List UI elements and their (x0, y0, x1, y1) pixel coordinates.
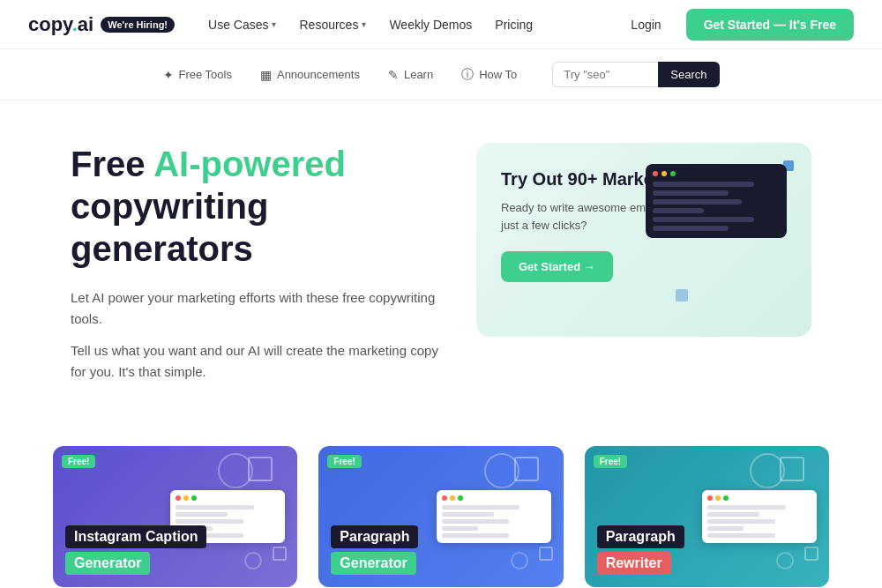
tool-card-instagram[interactable]: Free! (53, 446, 297, 588)
hiring-badge: We're Hiring! (101, 17, 175, 33)
logo-text: copy.ai (28, 13, 93, 36)
hero-card-cta-button[interactable]: Get Started → (501, 251, 613, 282)
card-browser (437, 490, 551, 543)
deco-circle-2 (244, 552, 262, 569)
dot-yellow (183, 495, 189, 501)
chevron-down-icon: ▾ (362, 19, 366, 29)
card-label: Paragraph Rewriter (597, 525, 684, 575)
sub-nav-label: Free Tools (179, 68, 232, 81)
announcements-icon: ▦ (260, 68, 272, 82)
sub-nav-learn[interactable]: ✎ Learn (388, 68, 433, 82)
mock-line (707, 505, 786, 510)
hero-title-generators: copywriting generators (71, 187, 268, 268)
dot-red (653, 171, 658, 176)
deco-circle-2 (511, 552, 528, 569)
mock-content-lines (653, 182, 780, 231)
dot-yellow (450, 495, 455, 501)
nav-item-resources[interactable]: Resources ▾ (290, 12, 375, 37)
logo[interactable]: copy.ai We're Hiring! (28, 13, 175, 36)
mock-line (442, 505, 520, 510)
dot-yellow (715, 495, 721, 501)
hero-title: Free AI-powered copywriting generators (71, 143, 441, 270)
dot-red (442, 495, 447, 501)
deco-circle-2 (776, 552, 794, 569)
sub-nav-label: Announcements (277, 68, 360, 81)
tools-icon: ✦ (163, 68, 174, 82)
card-browser-bar (707, 495, 811, 501)
nav-item-label: Use Cases (208, 18, 268, 32)
card-background-blue: Free! (318, 446, 563, 587)
tool-card-paragraph-rewriter[interactable]: Free! (585, 446, 829, 588)
card-title-line2: Rewriter (597, 552, 671, 575)
mock-line (707, 533, 775, 538)
search-wrapper: Search (552, 62, 719, 87)
brand-suffix: ai (78, 13, 93, 35)
hero-section: Free AI-powered copywriting generators L… (0, 100, 882, 428)
free-badge: Free! (62, 455, 95, 468)
hero-desc-1: Let AI power your marketing efforts with… (71, 287, 441, 330)
card-browser-bar (442, 495, 546, 501)
mock-browser-bar (653, 171, 780, 176)
mock-line (653, 182, 754, 187)
nav-item-pricing[interactable]: Pricing (486, 12, 542, 37)
sub-nav-free-tools[interactable]: ✦ Free Tools (163, 68, 232, 82)
nav-item-label: Pricing (495, 18, 533, 32)
sub-navigation: ✦ Free Tools ▦ Announcements ✎ Learn ⓘ H… (0, 49, 882, 100)
mock-line (442, 526, 478, 531)
nav-item-label: Resources (299, 18, 358, 32)
top-navigation: copy.ai We're Hiring! Use Cases ▾ Resour… (0, 0, 882, 49)
card-mock-browser (437, 490, 551, 543)
card-browser (702, 490, 817, 543)
card-background-purple: Free! (53, 446, 297, 587)
sub-nav-how-to[interactable]: ⓘ How To (461, 67, 517, 83)
mock-line (176, 512, 228, 517)
search-button[interactable]: Search (658, 62, 719, 87)
nav-right-group: Login Get Started — It's Free (620, 9, 854, 41)
tool-card-image-paragraph: Free! (318, 446, 563, 587)
mock-line (442, 512, 494, 517)
card-label: Instagram Caption Generator (65, 525, 206, 575)
sub-nav-label: How To (479, 68, 517, 81)
search-input[interactable] (552, 62, 658, 87)
dot-yellow (662, 171, 667, 176)
nav-menu: Use Cases ▾ Resources ▾ Weekly Demos Pri… (199, 12, 542, 37)
dot-red (707, 495, 713, 501)
login-button[interactable]: Login (620, 12, 671, 37)
card-background-teal: Free! (585, 446, 829, 587)
tools-grid: Free! (0, 428, 882, 588)
deco-square-2 (539, 547, 553, 561)
dot-green (191, 495, 197, 501)
tool-card-image-rewriter: Free! (585, 446, 829, 587)
sub-nav-announcements[interactable]: ▦ Announcements (260, 68, 360, 82)
dot-green (670, 171, 676, 176)
deco-square-2 (804, 547, 818, 561)
learn-icon: ✎ (388, 68, 399, 82)
get-started-button[interactable]: Get Started — It's Free (686, 9, 854, 41)
info-icon: ⓘ (461, 67, 474, 83)
card-browser-bar (176, 495, 280, 501)
hero-card-visual (646, 164, 796, 238)
card-label: Paragraph Generator (331, 525, 418, 575)
mock-line (707, 512, 759, 517)
mock-line (653, 226, 729, 231)
sub-nav-label: Learn (404, 68, 433, 81)
card-mock-browser (702, 490, 817, 543)
card-mock-lines (707, 505, 811, 538)
hero-title-highlight: AI-powered (153, 145, 346, 183)
card-title-line2: Generator (331, 552, 415, 575)
dot-green (458, 495, 463, 501)
free-badge: Free! (594, 455, 627, 468)
mock-line (653, 199, 742, 205)
tool-card-paragraph-generator[interactable]: Free! (318, 446, 563, 588)
free-badge: Free! (327, 455, 361, 468)
mock-line (707, 526, 744, 531)
deco-square-2 (273, 547, 287, 561)
card-title-line2: Generator (65, 552, 150, 575)
mock-browser (646, 164, 787, 238)
card-title-line1: Paragraph (597, 525, 684, 548)
nav-left-group: copy.ai We're Hiring! Use Cases ▾ Resour… (28, 12, 542, 37)
dot-red (176, 495, 181, 501)
nav-item-weekly-demos[interactable]: Weekly Demos (380, 12, 481, 37)
nav-item-use-cases[interactable]: Use Cases ▾ (199, 12, 285, 37)
nav-item-label: Weekly Demos (389, 18, 472, 32)
